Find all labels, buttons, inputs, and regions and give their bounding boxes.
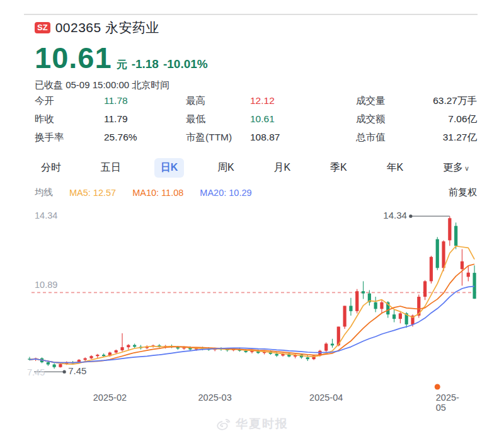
chevron-down-icon: ∨ xyxy=(464,164,469,172)
x-tick-2025-04: 2025-04 xyxy=(309,392,343,403)
stat-amount: 成交额 7.06亿 xyxy=(356,113,477,125)
candle xyxy=(380,300,383,313)
candle xyxy=(84,357,87,361)
stat-market-cap: 总市值 31.27亿 xyxy=(356,131,477,144)
stock-code-name: 002365 永安药业 xyxy=(55,19,159,37)
candle xyxy=(436,237,439,270)
candle xyxy=(454,222,457,249)
tab-five-day[interactable]: 五日 xyxy=(94,158,127,178)
candle xyxy=(448,216,451,246)
adjust-mode-selector[interactable]: 前复权 xyxy=(449,186,477,198)
candle xyxy=(133,344,136,348)
tab-more[interactable]: 更多∨ xyxy=(437,158,476,178)
candle xyxy=(362,281,365,299)
y-axis-label-mid: 10.89 xyxy=(35,280,57,290)
tab-monthly-k[interactable]: 月K xyxy=(267,158,297,178)
ma20-value: MA20: 10.29 xyxy=(200,188,251,198)
candle xyxy=(467,266,470,282)
stat-low: 最低 10.61 xyxy=(186,113,356,125)
watermark: 华夏时报 xyxy=(0,416,504,432)
divider xyxy=(24,14,478,15)
candle xyxy=(355,289,358,314)
tab-weekly-k[interactable]: 周K xyxy=(211,158,241,178)
peak-price-callout: 14.34 xyxy=(383,210,407,220)
header: SZ 002365 永安药业 10.61 元 -1.18 -10.01% 已收盘… xyxy=(35,19,479,91)
peak-callout-dot xyxy=(409,215,412,218)
period-tabs: 分时五日日K周K月K季K年K更多∨ xyxy=(35,158,476,178)
stock-code-row: SZ 002365 永安药业 xyxy=(35,19,479,37)
candlestick-chart[interactable]: 14.34 10.89 7.45 14.34 7.45 2025-022025-… xyxy=(26,205,478,408)
stat-volume: 成交量 63.27万手 xyxy=(356,94,477,107)
price-change-percent: -10.01% xyxy=(163,57,208,71)
market-status: 已收盘 05-09 15:00:00 北京时间 xyxy=(35,79,479,91)
low-callout-dot xyxy=(63,370,66,374)
currency-unit: 元 xyxy=(117,57,127,72)
candle xyxy=(120,333,123,352)
price-change: -1.18 xyxy=(132,57,159,71)
tab-minute[interactable]: 分时 xyxy=(35,158,67,178)
tab-daily-k[interactable]: 日K xyxy=(154,158,185,178)
ma-legend-bar: 均线 MA5: 12.57 MA10: 11.08 MA20: 10.29 前复… xyxy=(35,186,477,198)
exchange-badge: SZ xyxy=(35,22,50,33)
kline-svg[interactable] xyxy=(26,205,478,394)
x-tick-2025-03: 2025-03 xyxy=(198,392,232,403)
tab-quarterly-k[interactable]: 季K xyxy=(324,158,353,178)
candle xyxy=(324,342,328,352)
candle xyxy=(89,355,93,359)
candle xyxy=(392,310,396,322)
watermark-text: 华夏时报 xyxy=(236,416,289,432)
stat-pe-ttm: 市盈(TTM) 108.87 xyxy=(186,131,356,144)
candle xyxy=(399,311,402,323)
candle xyxy=(472,265,476,299)
current-price: 10.61 xyxy=(35,40,112,75)
candle xyxy=(96,354,99,358)
candle xyxy=(349,298,352,316)
candle xyxy=(53,363,56,369)
candle xyxy=(374,297,377,312)
tab-yearly-k[interactable]: 年K xyxy=(380,158,410,178)
weibo-icon xyxy=(215,416,232,432)
ma-line-ma5 xyxy=(30,246,474,364)
x-tick-2025-02: 2025-02 xyxy=(93,392,127,403)
stat-prev-close: 昨收 11.79 xyxy=(35,113,186,125)
stat-turnover-rate: 换手率 25.76% xyxy=(35,131,186,144)
low-price-callout: 7.45 xyxy=(68,365,86,376)
candle xyxy=(430,256,433,284)
y-axis-label-bottom: 7.45 xyxy=(27,367,45,377)
x-tick-2025-05: 2025-05 xyxy=(436,392,464,413)
candle xyxy=(423,280,427,301)
stats-column-1: 今开 11.78 昨收 11.79 换手率 25.76% xyxy=(35,94,186,144)
y-axis-label-top: 14.34 xyxy=(35,210,57,220)
stats-column-3: 成交量 63.27万手 成交额 7.06亿 总市值 31.27亿 xyxy=(356,94,477,144)
stats-grid: 今开 11.78 昨收 11.79 换手率 25.76% 最高 12.12 最低… xyxy=(35,94,477,144)
x-axis: 2025-022025-032025-042025-05 xyxy=(26,392,478,405)
stat-high: 最高 12.12 xyxy=(186,94,356,107)
stats-column-2: 最高 12.12 最低 10.61 市盈(TTM) 108.87 xyxy=(186,94,356,144)
ma-title: 均线 xyxy=(35,186,53,198)
event-marker-dot[interactable] xyxy=(435,384,440,390)
candle xyxy=(461,249,464,285)
candle xyxy=(127,344,130,349)
candle xyxy=(343,306,346,329)
price-row: 10.61 元 -1.18 -10.01% xyxy=(35,40,479,75)
stock-quote-page: SZ 002365 永安药业 10.61 元 -1.18 -10.01% 已收盘… xyxy=(0,0,504,441)
candle xyxy=(331,339,334,348)
ma5-value: MA5: 12.57 xyxy=(69,188,116,198)
ma10-value: MA10: 11.08 xyxy=(132,188,183,198)
stat-open: 今开 11.78 xyxy=(35,94,186,107)
